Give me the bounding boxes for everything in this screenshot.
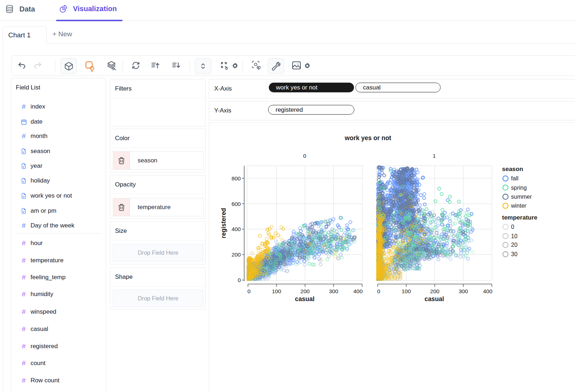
svg-text:fall: fall [511, 175, 518, 181]
svg-text:1: 1 [433, 153, 436, 159]
svg-text:casual: casual [295, 295, 314, 303]
svg-text:work yes or not: work yes or not [344, 134, 391, 142]
svg-text:0: 0 [248, 288, 251, 294]
svg-text:300: 300 [329, 288, 338, 294]
svg-text:winter: winter [511, 203, 526, 209]
svg-text:spring: spring [511, 185, 527, 191]
svg-text:summer: summer [511, 194, 532, 200]
svg-text:200: 200 [300, 288, 310, 294]
svg-text:400: 400 [483, 288, 492, 294]
svg-text:registered: registered [220, 208, 227, 239]
svg-text:0: 0 [377, 288, 381, 294]
svg-text:300: 300 [459, 288, 468, 294]
svg-text:200: 200 [430, 288, 440, 294]
svg-text:600: 600 [231, 201, 241, 207]
svg-text:100: 100 [401, 288, 411, 294]
svg-text:20: 20 [511, 242, 518, 248]
svg-text:season: season [502, 166, 523, 172]
svg-text:casual: casual [424, 295, 444, 303]
svg-text:800: 800 [231, 175, 241, 181]
svg-text:0: 0 [511, 224, 514, 230]
svg-text:0: 0 [303, 153, 306, 159]
svg-text:temperature: temperature [502, 214, 537, 221]
svg-text:10: 10 [511, 233, 518, 239]
svg-text:30: 30 [511, 251, 518, 257]
svg-text:100: 100 [272, 288, 281, 294]
svg-text:200: 200 [231, 252, 241, 258]
svg-text:0: 0 [238, 277, 241, 283]
svg-text:400: 400 [231, 226, 241, 232]
svg-text:400: 400 [353, 288, 363, 294]
